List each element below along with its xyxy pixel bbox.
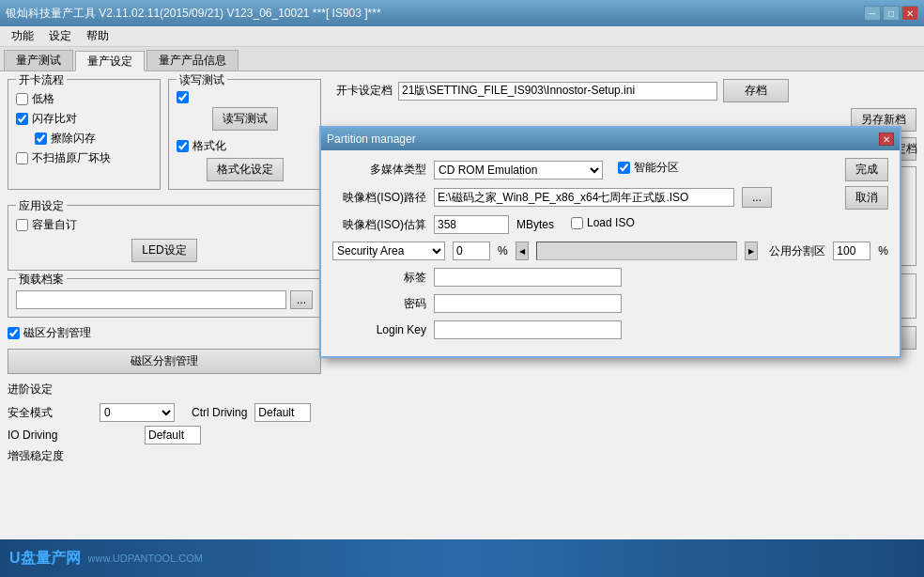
iso-est-input[interactable] [434,215,509,234]
password-label: 密码 [332,296,426,312]
minimize-button[interactable]: ─ [864,6,881,21]
slider-right-arrow[interactable]: ▶ [745,242,758,260]
app-title: 银灿科技量产工具 V2.11.02.11(2015/09/21) V123_06… [6,6,381,22]
partition-manager-modal: Partition manager ✕ 多媒体类型 CD ROM Emulati… [319,126,901,358]
security-area-select[interactable]: Security Area [332,242,445,260]
main-content: 开卡流程 低格 闪存比对 擦除闪存 不扫描原厂坏块 [0,71,924,577]
iso-path-label: 映像档(ISO)路径 [332,190,426,206]
password-input[interactable] [434,294,622,313]
modal-body: 多媒体类型 CD ROM Emulation 智能分区 完成 映像档(ISO)路… [321,150,900,356]
security-area-input[interactable] [453,242,490,260]
menu-item-help[interactable]: 帮助 [79,26,116,46]
modal-title: Partition manager [327,133,416,146]
media-type-label: 多媒体类型 [332,162,426,178]
tab-production-test[interactable]: 量产测试 [4,50,73,70]
login-key-input[interactable] [434,320,622,339]
tab-production-settings[interactable]: 量产设定 [75,51,145,71]
iso-est-row: 映像档(ISO)估算 MBytes Load ISO [332,215,888,234]
load-iso-checkbox[interactable] [571,217,583,229]
iso-path-row: 映像档(ISO)路径 ... 取消 [332,187,888,208]
title-bar: 银灿科技量产工具 V2.11.02.11(2015/09/21) V123_06… [0,0,924,26]
menu-bar: 功能 设定 帮助 [0,26,924,47]
maximize-button[interactable]: □ [883,6,900,21]
tab-production-info[interactable]: 量产产品信息 [146,50,239,70]
menu-item-settings[interactable]: 设定 [41,26,79,46]
complete-button[interactable]: 完成 [845,158,888,181]
login-key-label: Login Key [332,323,426,336]
percent-sign: % [498,244,508,257]
modal-overlay: Partition manager ✕ 多媒体类型 CD ROM Emulati… [0,71,924,577]
window-controls: ─ □ ✕ [864,6,918,21]
iso-browse-button[interactable]: ... [742,187,772,208]
password-row: 密码 [332,294,888,313]
tag-row: 标签 [332,268,888,287]
security-area-row: Security Area % ◀ ▶ 公用分割区 % [332,242,888,260]
modal-close-button[interactable]: ✕ [879,133,894,146]
close-button[interactable]: ✕ [901,6,918,21]
tag-input[interactable] [434,268,622,287]
cancel-button[interactable]: 取消 [845,186,888,210]
iso-path-input[interactable] [434,188,734,207]
iso-est-unit: MBytes [516,218,554,231]
public-part-percent: % [878,244,888,257]
smart-part-check[interactable]: 智能分区 [618,160,679,176]
load-iso-check[interactable]: Load ISO [571,216,635,229]
media-type-select[interactable]: CD ROM Emulation [434,161,603,179]
public-part-label: 公用分割区 [769,243,825,259]
slider-left-arrow[interactable]: ◀ [516,242,529,260]
media-type-row: 多媒体类型 CD ROM Emulation 智能分区 完成 [332,160,888,179]
smart-part-checkbox[interactable] [618,162,630,174]
modal-title-bar: Partition manager ✕ [321,128,900,150]
menu-item-functions[interactable]: 功能 [4,26,41,46]
slider-track[interactable] [536,242,738,260]
public-part-input[interactable] [833,242,870,260]
iso-est-label: 映像档(ISO)估算 [332,217,426,233]
tab-bar: 量产测试 量产设定 量产产品信息 [0,47,924,71]
login-key-row: Login Key [332,320,888,339]
tag-label: 标签 [332,270,426,286]
